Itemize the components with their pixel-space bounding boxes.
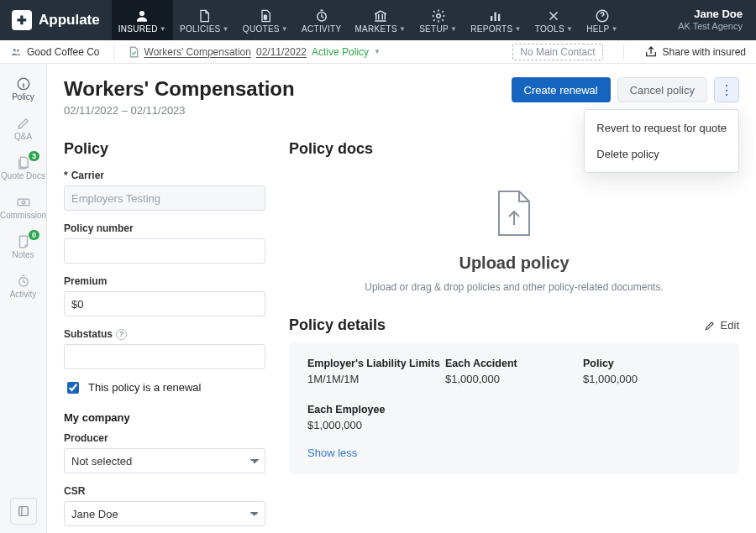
user-name: Jane Doe [694, 8, 743, 21]
nav-activity[interactable]: ACTIVITY [295, 0, 348, 40]
side-rail: Policy Q&A 3 Quote Docs Commission 0 Not… [0, 64, 47, 533]
rail-policy[interactable]: Policy [0, 71, 46, 107]
svg-point-12 [22, 201, 25, 204]
nav-markets[interactable]: MARKETS▼ [348, 0, 412, 40]
renewal-checkbox-label: This policy is a renewal [88, 381, 201, 394]
page-title: Workers' Compensation [64, 77, 512, 101]
activity-icon [314, 8, 329, 24]
cancel-policy-button[interactable]: Cancel policy [617, 77, 707, 102]
page-actions: Create renewal Cancel policy ⋮ [512, 77, 739, 102]
upload-title: Upload policy [459, 253, 569, 273]
notes-badge: 0 [29, 230, 39, 240]
user-block[interactable]: Jane Doe AK Test Agency [664, 0, 756, 40]
rail-activity[interactable]: Activity [0, 268, 46, 304]
show-less-link[interactable]: Show less [307, 447, 721, 459]
detail-item: Employer's Liability Limits 1M/1M/1M [307, 358, 445, 385]
rail-collapse-button[interactable] [10, 498, 37, 525]
more-actions-button[interactable]: ⋮ [714, 77, 739, 102]
user-agency: AK Test Agency [678, 21, 743, 33]
svg-point-8 [13, 48, 17, 51]
bar-chart-icon [488, 8, 503, 24]
bank-icon [373, 8, 388, 24]
collapse-icon [17, 504, 30, 518]
label-substatus: Substatus ? [64, 328, 265, 340]
nav-insured[interactable]: INSURED▼ [112, 0, 173, 40]
svg-point-9 [17, 49, 19, 51]
help-icon[interactable]: ? [116, 329, 127, 340]
svg-text:$: $ [264, 14, 267, 20]
money-icon [16, 194, 31, 211]
label-policy-number: Policy number [64, 222, 265, 234]
label-premium: Premium [64, 275, 265, 287]
label-csr: CSR [64, 485, 265, 497]
doc-check-icon [128, 46, 139, 58]
rail-notes[interactable]: 0 Notes [0, 228, 46, 264]
rail-commission[interactable]: Commission [0, 189, 46, 225]
carrier-field[interactable] [64, 186, 265, 211]
policy-status: Active Policy [312, 46, 369, 58]
svg-rect-6 [498, 13, 500, 20]
policy-breadcrumb[interactable]: Workers' Compensation [144, 46, 251, 58]
rail-qa[interactable]: Q&A [0, 110, 46, 146]
detail-item: Each Employee $1,000,000 [307, 404, 445, 431]
logo-text: Appulate [39, 12, 100, 29]
pencil-icon [704, 320, 716, 332]
main-content: Workers' Compensation 02/11/2022 – 02/11… [47, 64, 756, 533]
people-icon [10, 46, 22, 58]
nav-help[interactable]: HELP▼ [580, 0, 625, 40]
policy-details-panel: Employer's Liability Limits 1M/1M/1M Eac… [289, 342, 739, 474]
chevron-down-icon: ▼ [399, 25, 406, 33]
policy-date-link[interactable]: 02/11/2022 [256, 46, 307, 58]
detail-item: Each Accident $1,000,000 [445, 358, 583, 385]
svg-rect-14 [18, 507, 28, 516]
help-icon [595, 8, 610, 24]
nav-quotes[interactable]: $ QUOTES▼ [236, 0, 295, 40]
label-producer: Producer [64, 432, 265, 444]
menu-revert[interactable]: Revert to request for quote [585, 115, 738, 141]
insured-name[interactable]: Good Coffee Co [27, 46, 100, 58]
policy-section-title: Policy [64, 140, 265, 158]
substatus-field[interactable] [64, 344, 265, 369]
premium-field[interactable] [64, 291, 265, 316]
edit-details-button[interactable]: Edit [704, 319, 739, 332]
chevron-down-icon: ▼ [223, 25, 229, 33]
top-ribbon: ✚ Appulate INSURED▼ POLICIES▼ $ QUOTES▼ … [0, 0, 756, 40]
more-actions-menu: Revert to request for quote Delete polic… [584, 109, 739, 173]
ribbon-items: INSURED▼ POLICIES▼ $ QUOTES▼ ACTIVITY MA… [112, 0, 625, 40]
document-icon [197, 8, 211, 24]
upload-file-icon [496, 190, 533, 237]
chevron-down-icon[interactable]: ▼ [374, 48, 381, 55]
nav-tools[interactable]: TOOLS▼ [528, 0, 580, 40]
share-button[interactable]: Share with insured [644, 45, 746, 59]
nav-reports[interactable]: REPORTS▼ [464, 0, 528, 40]
chevron-down-icon: ▼ [281, 25, 288, 33]
renewal-checkbox[interactable] [67, 382, 79, 394]
pencil-icon [16, 115, 31, 132]
label-carrier: Carrier [64, 170, 265, 181]
detail-item: Policy $1,000,000 [583, 358, 721, 385]
nav-setup[interactable]: SETUP▼ [412, 0, 464, 40]
create-renewal-button[interactable]: Create renewal [512, 77, 611, 102]
svg-point-0 [139, 11, 144, 16]
policy-details-title: Policy details [289, 316, 386, 334]
producer-select[interactable]: Not selected [64, 448, 265, 473]
context-bar: Good Coffee Co Workers' Compensation 02/… [0, 40, 756, 64]
chevron-down-icon: ▼ [611, 25, 617, 33]
quote-icon: $ [259, 8, 272, 24]
rail-quote-docs[interactable]: 3 Quote Docs [0, 149, 46, 186]
quote-docs-badge: 3 [29, 151, 39, 161]
policy-date-range: 02/11/2022 – 02/11/2023 [64, 104, 512, 117]
upload-dropzone[interactable]: Upload policy Upload or drag & drop poli… [289, 170, 739, 310]
menu-delete[interactable]: Delete policy [585, 141, 738, 167]
share-icon [644, 45, 658, 59]
no-contact-chip[interactable]: No Main Contact [512, 44, 602, 60]
renewal-checkbox-row: This policy is a renewal [64, 381, 265, 396]
nav-policies[interactable]: POLICIES▼ [173, 0, 236, 40]
upload-subtitle: Upload or drag & drop policies and other… [365, 281, 664, 293]
tools-icon [546, 8, 561, 24]
csr-select[interactable]: Jane Doe [64, 501, 265, 526]
policy-number-field[interactable] [64, 238, 265, 264]
person-icon [134, 8, 150, 24]
kebab-icon: ⋮ [720, 82, 733, 98]
logo[interactable]: ✚ Appulate [0, 0, 112, 40]
